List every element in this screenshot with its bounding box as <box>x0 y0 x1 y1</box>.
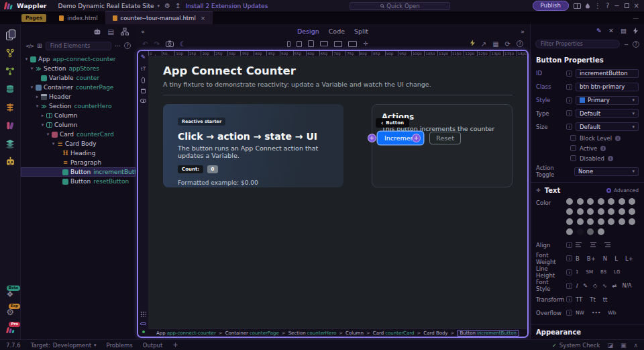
tree-item-column[interactable]: ▸Column <box>21 111 136 120</box>
server-connect-icon[interactable] <box>0 62 20 80</box>
expand-chevron-icon[interactable]: ▾ <box>29 66 35 71</box>
blocks-layers-icon[interactable] <box>0 134 20 152</box>
undo-icon[interactable]: ↶ <box>142 40 148 48</box>
color-swatch-14[interactable] <box>566 218 573 225</box>
color-swatch-13[interactable] <box>629 208 635 215</box>
add-panel-button[interactable]: + <box>172 341 178 349</box>
color-swatch-3[interactable] <box>598 198 604 205</box>
filter-properties-input[interactable] <box>535 40 620 48</box>
color-swatch-1[interactable] <box>577 198 584 205</box>
color-swatch-11[interactable] <box>608 208 614 215</box>
target-selector[interactable]: Target: Development ▾ <box>31 342 97 349</box>
font-style-squiggle[interactable]: ∿ <box>602 283 607 289</box>
quick-actions-lightning-icon[interactable] <box>470 40 475 48</box>
tabbar-overflow-icon[interactable]: — <box>633 15 639 21</box>
tree-item-heading[interactable]: HHeading <box>21 148 136 158</box>
fit-move-icon[interactable]: ✛ <box>363 40 368 47</box>
device-tv-icon[interactable] <box>348 41 357 47</box>
design-palette-icon[interactable] <box>0 116 20 134</box>
color-swatch-5[interactable] <box>619 198 625 205</box>
bindings-tab-icon[interactable]: ✕ <box>608 27 614 34</box>
expand-chevron-icon[interactable]: ▾ <box>40 122 46 128</box>
tree-item-counter[interactable]: Variablecounter <box>21 73 136 83</box>
breadcrumb-item-card-body[interactable]: Card Body <box>423 331 447 336</box>
color-swatch-24[interactable] <box>598 228 604 235</box>
font-weight-n[interactable]: N <box>603 255 607 262</box>
actions-card[interactable]: Actions This button increments the count… <box>372 104 513 187</box>
system-check-button[interactable]: ✓ System Check <box>552 342 600 349</box>
add-after-button[interactable]: + <box>412 134 421 142</box>
help-icon[interactable]: ? <box>124 42 131 49</box>
maximize-button[interactable] <box>625 3 629 8</box>
find-elements-input[interactable] <box>46 42 111 50</box>
color-swatch-12[interactable] <box>619 208 625 215</box>
align-center-icon[interactable] <box>590 243 596 247</box>
help-icon[interactable]: ? <box>606 3 609 9</box>
app-structure-tree-icon[interactable] <box>121 28 129 36</box>
font-style-pencil[interactable]: ✎ <box>583 283 588 289</box>
project-selector[interactable]: Demo Dynamic Real Estate Site ▾ <box>58 3 160 9</box>
share-export-icon[interactable]: ↗ <box>481 40 486 48</box>
tree-item-appstores[interactable]: ▾≫SectionappStores <box>21 64 136 73</box>
styles-bucket-icon[interactable] <box>141 89 146 93</box>
device-tablet-icon[interactable] <box>308 40 314 47</box>
checkbox[interactable] <box>570 135 576 141</box>
expand-chevron-icon[interactable]: ▾ <box>34 103 40 109</box>
breadcrumb-item-app-connect-counter[interactable]: Appapp-connect-counter <box>156 331 216 336</box>
line-height-lg[interactable]: LG <box>614 269 620 275</box>
publish-button[interactable]: Publish <box>533 1 569 11</box>
drag-handle-icon[interactable]: ✛ <box>536 187 541 193</box>
class-input[interactable] <box>576 83 639 91</box>
trash-icon[interactable]: ▣ <box>621 342 627 349</box>
events-lightning-icon[interactable] <box>633 28 638 34</box>
line-height-1[interactable]: 1 <box>576 269 578 275</box>
quick-open-button[interactable]: Quick Open <box>350 2 450 10</box>
expand-chevron-icon[interactable]: ▸ <box>40 113 46 118</box>
type-select[interactable]: Default ▾ <box>576 109 639 118</box>
color-swatch-8[interactable] <box>577 208 584 215</box>
theme-droplet-icon[interactable] <box>586 3 590 9</box>
font-style-not-applicable[interactable]: N/A <box>622 283 631 289</box>
checkbox[interactable] <box>570 155 576 161</box>
help-icon[interactable]: ? <box>633 41 639 48</box>
overflow-wb[interactable]: Wb <box>608 310 616 316</box>
reset-button[interactable]: Reset <box>429 132 461 144</box>
dark-mode-moon-icon[interactable]: ☾ <box>180 40 186 48</box>
tab-index-html[interactable]: index.html <box>52 11 105 24</box>
hero-card[interactable]: Reactive starter Click → action → state … <box>163 104 343 187</box>
page-outline-icon[interactable]: ▤ <box>108 28 114 36</box>
font-style-italic[interactable]: I <box>576 283 578 289</box>
transform-tt[interactable]: tt <box>603 296 608 303</box>
tab-counter-tour-manual-html[interactable]: counter--tour-manual.html × <box>105 11 213 24</box>
close-button[interactable]: × <box>634 3 639 9</box>
problems-button[interactable]: Problems <box>107 342 133 349</box>
id-input[interactable] <box>576 69 639 78</box>
tree-item-countercard[interactable]: ▾CardcounterCard <box>21 130 136 139</box>
edit-mode-pencil-icon[interactable]: ✎ <box>141 54 146 60</box>
device-phone-icon[interactable] <box>287 41 290 47</box>
color-swatch-9[interactable] <box>587 208 594 215</box>
import-icon[interactable]: ⊞ <box>37 42 42 49</box>
ruler-toggle-icon[interactable] <box>140 322 146 325</box>
refresh-icon[interactable]: ⟳ <box>505 40 511 48</box>
add-before-button[interactable]: + <box>368 134 376 142</box>
breadcrumb-item-column[interactable]: Column <box>345 331 364 336</box>
tab-split[interactable]: Split <box>354 28 368 35</box>
color-swatch-7[interactable] <box>566 208 573 215</box>
help-icon[interactable]: ? <box>517 40 523 47</box>
device-laptop-icon[interactable] <box>320 41 328 46</box>
transform-tt[interactable]: TT <box>576 296 582 303</box>
extensions-icon[interactable]: ❖ Beta <box>0 285 20 303</box>
color-swatch-17[interactable] <box>598 218 604 225</box>
align-left-icon[interactable] <box>576 243 582 247</box>
breadcrumb-item-counterpage[interactable]: ContainercounterPage <box>225 331 279 336</box>
redo-icon[interactable]: ↷ <box>154 40 159 48</box>
database-icon[interactable] <box>0 80 20 98</box>
kebab-menu-icon[interactable]: ⋮ <box>594 3 601 9</box>
pages-manager-icon[interactable] <box>0 26 20 44</box>
tab-code[interactable]: Code <box>329 28 345 35</box>
code-view-icon[interactable]: </> <box>25 43 34 49</box>
color-swatch-10[interactable] <box>598 208 604 215</box>
line-height-bs[interactable]: BS <box>600 269 606 275</box>
breadcrumb-item-counterhero[interactable]: SectioncounterHero <box>288 331 337 336</box>
